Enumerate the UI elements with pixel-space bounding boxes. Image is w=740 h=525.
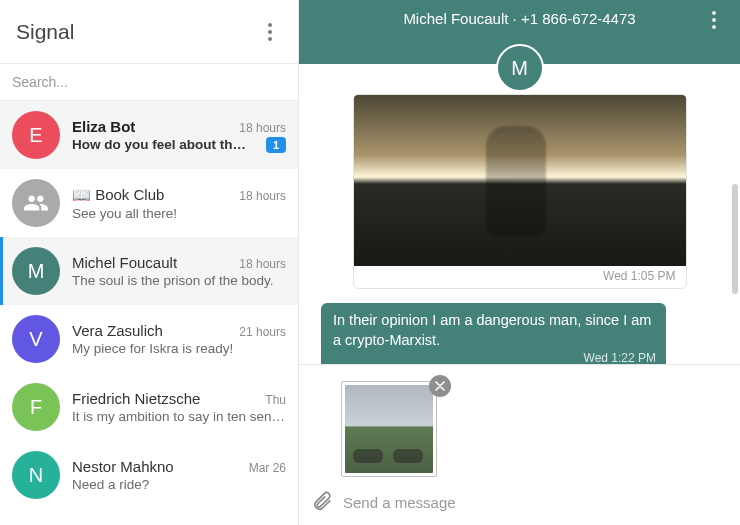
- conversation-item[interactable]: 📖 Book Club 18 hours See you all there!: [0, 169, 298, 237]
- contact-name: Michel Foucault: [403, 10, 508, 27]
- message-row: In their opinion I am a dangerous man, s…: [321, 303, 718, 364]
- attachment-thumbnail[interactable]: [341, 381, 437, 477]
- message-image[interactable]: [354, 95, 686, 266]
- chat-title[interactable]: Michel Foucault · +1 866-672-4473: [337, 8, 702, 27]
- message-text: In their opinion I am a dangerous man, s…: [333, 312, 651, 348]
- chat-menu-button[interactable]: [702, 8, 726, 32]
- conversation-name: Nestor Mahkno: [72, 458, 174, 475]
- paperclip-icon: [311, 489, 333, 511]
- conversation-item[interactable]: V Vera Zasulich 21 hours My piece for Is…: [0, 305, 298, 373]
- avatar: E: [12, 111, 60, 159]
- composer: [299, 364, 740, 525]
- contact-phone: +1 866-672-4473: [521, 10, 636, 27]
- message-list[interactable]: Wed 1:05 PM In their opinion I am a dang…: [299, 64, 740, 364]
- conversation-name: Vera Zasulich: [72, 322, 163, 339]
- conversation-time: 18 hours: [239, 189, 286, 203]
- conversation-preview: My piece for Iskra is ready!: [72, 341, 286, 356]
- search-input[interactable]: [12, 74, 286, 90]
- attachment-preview: [299, 365, 740, 483]
- avatar: N: [12, 451, 60, 499]
- conversation-item[interactable]: N Nestor Mahkno Mar 26 Need a ride?: [0, 441, 298, 509]
- conversation-time: Mar 26: [249, 461, 286, 475]
- close-icon: [435, 381, 445, 391]
- conversation-name: Michel Foucault: [72, 254, 177, 271]
- sidebar-header: Signal: [0, 0, 298, 63]
- conversation-preview: The soul is the prison of the body.: [72, 273, 286, 288]
- conversation-name: 📖 Book Club: [72, 186, 164, 204]
- attachment-remove-button[interactable]: [429, 375, 451, 397]
- conversation-item[interactable]: E Eliza Bot 18 hours How do you feel abo…: [0, 101, 298, 169]
- message-bubble-image[interactable]: Wed 1:05 PM: [353, 94, 687, 289]
- conversation-list: E Eliza Bot 18 hours How do you feel abo…: [0, 101, 298, 525]
- message-timestamp: Wed 1:22 PM: [584, 350, 656, 364]
- unread-badge: 1: [266, 137, 286, 153]
- chat-header: Michel Foucault · +1 866-672-4473 M: [299, 0, 740, 64]
- avatar: M: [12, 247, 60, 295]
- attach-button[interactable]: [311, 489, 333, 515]
- sidebar: Signal E Eliza Bot 18 hours How do you f…: [0, 0, 299, 525]
- conversation-preview: Need a ride?: [72, 477, 286, 492]
- search-row: [0, 63, 298, 101]
- conversation-preview: It is my ambition to say in ten sent…: [72, 409, 286, 424]
- group-icon: [23, 190, 49, 216]
- compose-row: [299, 483, 740, 525]
- conversation-preview: See you all there!: [72, 206, 286, 221]
- message-timestamp: Wed 1:05 PM: [603, 268, 675, 284]
- conversation-item[interactable]: M Michel Foucault 18 hours The soul is t…: [0, 237, 298, 305]
- avatar: F: [12, 383, 60, 431]
- conversation-item[interactable]: F Friedrich Nietzsche Thu It is my ambit…: [0, 373, 298, 441]
- conversation-time: 21 hours: [239, 325, 286, 339]
- sidebar-menu-button[interactable]: [258, 20, 282, 44]
- avatar: V: [12, 315, 60, 363]
- avatar-group: [12, 179, 60, 227]
- attachment-image: [345, 385, 433, 473]
- message-input[interactable]: [343, 494, 728, 511]
- conversation-time: 18 hours: [239, 121, 286, 135]
- conversation-name: Friedrich Nietzsche: [72, 390, 200, 407]
- message-row: Wed 1:05 PM: [321, 94, 718, 289]
- conversation-preview: How do you feel about th…: [72, 137, 260, 152]
- chat-pane: Michel Foucault · +1 866-672-4473 M Wed …: [299, 0, 740, 525]
- conversation-name: Eliza Bot: [72, 118, 135, 135]
- message-bubble[interactable]: In their opinion I am a dangerous man, s…: [321, 303, 666, 364]
- app-title: Signal: [16, 20, 74, 44]
- conversation-time: Thu: [265, 393, 286, 407]
- scrollbar-thumb[interactable]: [732, 184, 738, 294]
- conversation-time: 18 hours: [239, 257, 286, 271]
